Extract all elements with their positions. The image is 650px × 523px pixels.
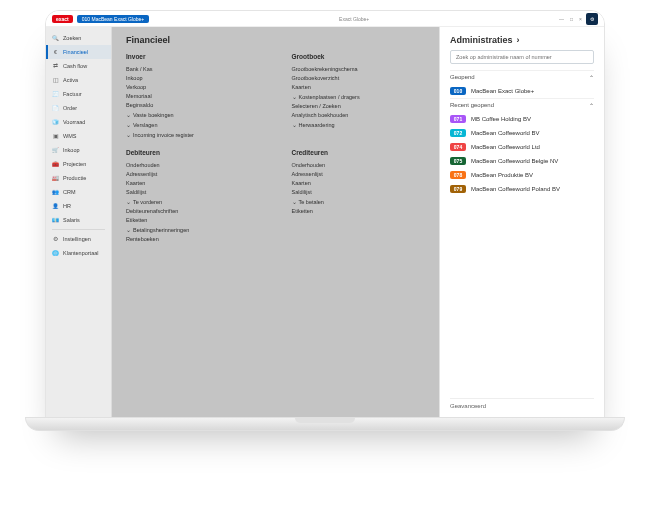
menu-item[interactable]: Verslagen (126, 119, 260, 129)
administration-name: MacBean Coffeeworld Poland BV (471, 186, 560, 192)
administration-row[interactable]: 078MacBean Produktie BV (450, 168, 594, 182)
administration-row[interactable]: 072MacBean Coffeeworld BV (450, 126, 594, 140)
menu-item[interactable]: Onderhouden (292, 160, 426, 169)
menu-item[interactable]: Betalingsherinneringen (126, 224, 260, 234)
administration-row[interactable]: 010MacBean Exact Globe+ (450, 84, 594, 98)
sidebar-item-financieel[interactable]: €Financieel (46, 45, 111, 59)
maximize-icon[interactable]: □ (570, 16, 573, 22)
menu-item[interactable]: Kostenplaatsen / dragers (292, 91, 426, 101)
sidebar-item-salaris[interactable]: 💶Salaris (46, 213, 111, 227)
menu-item[interactable]: Te vorderen (126, 196, 260, 206)
current-administration-tag[interactable]: 010 MacBean Exact Globe+ (77, 15, 149, 23)
minimize-icon[interactable]: — (559, 16, 564, 22)
sidebar-icon: 🧊 (52, 119, 59, 125)
sidebar-item-label: Financieel (63, 49, 88, 55)
section-title: Geopend (450, 74, 475, 81)
menu-group: DebiteurenOnderhoudenAdressenlijstKaarte… (126, 149, 260, 243)
menu-item[interactable]: Saldilijst (126, 187, 260, 196)
sidebar-item-label: Cash flow (63, 63, 87, 69)
sidebar-item-projecten[interactable]: 🧰Projecten (46, 157, 111, 171)
administration-row[interactable]: 074MacBean Coffeeworld Ltd (450, 140, 594, 154)
advanced-link[interactable]: Geavanceerd (450, 398, 594, 409)
administration-name: MacBean Produktie BV (471, 172, 533, 178)
menu-item[interactable]: Herwaardering (292, 119, 426, 129)
menu-item[interactable]: Analytisch boekhouden (292, 110, 426, 119)
brand-logo: exact (52, 15, 73, 23)
administration-row[interactable]: 079MacBean Coffeeworld Poland BV (450, 182, 594, 196)
sidebar-item-factuur[interactable]: 🧾Factuur (46, 87, 111, 101)
sidebar-icon: 🧰 (52, 161, 59, 167)
panel-section-header[interactable]: Recent geopend⌃ (450, 98, 594, 112)
menu-item[interactable]: Grootboekrekeningschema (292, 64, 426, 73)
menu-item[interactable]: Etiketten (292, 206, 426, 215)
sidebar-icon: 🌐 (52, 250, 59, 256)
sidebar-item-voorraad[interactable]: 🧊Voorraad (46, 115, 111, 129)
menu-group: GrootboekGrootboekrekeningschemaGrootboe… (292, 53, 426, 139)
administration-code-badge: 074 (450, 143, 466, 151)
sidebar-item-label: Productie (63, 175, 86, 181)
menu-item[interactable]: Etiketten (126, 215, 260, 224)
sidebar-item-label: Order (63, 105, 77, 111)
page-title: Financieel (126, 35, 425, 45)
sidebar-item-zoeken[interactable]: 🔍Zoeken (46, 31, 111, 45)
menu-item[interactable]: Debiteurenafschriften (126, 206, 260, 215)
menu-item[interactable]: Adressenlijst (292, 169, 426, 178)
group-heading: Crediteuren (292, 149, 426, 156)
sidebar-item-wms[interactable]: ▣WMS (46, 129, 111, 143)
sidebar-icon: 🏭 (52, 175, 59, 181)
administration-name: MacBean Coffeeworld BV (471, 130, 540, 136)
menu-item[interactable]: Kaarten (292, 178, 426, 187)
menu-item[interactable]: Memoriaal (126, 91, 260, 100)
menu-item[interactable]: Kaarten (292, 82, 426, 91)
main-panel: Financieel InvoerBank / KasInkoopVerkoop… (112, 27, 439, 417)
administration-row[interactable]: 071MB Coffee Holding BV (450, 112, 594, 126)
sidebar-item-instellingen[interactable]: ⚙Instellingen (46, 232, 111, 246)
sidebar-icon: 🛒 (52, 147, 59, 153)
sidebar-icon: ◫ (52, 77, 59, 83)
close-icon[interactable]: × (579, 16, 582, 22)
sidebar-item-cash-flow[interactable]: ⇄Cash flow (46, 59, 111, 73)
app-window: exact 010 MacBean Exact Globe+ Exact Glo… (45, 10, 605, 418)
menu-item[interactable]: Onderhouden (126, 160, 260, 169)
administration-code-badge: 079 (450, 185, 466, 193)
sidebar-item-label: Activa (63, 77, 78, 83)
panel-section-header[interactable]: Geopend⌃ (450, 70, 594, 84)
menu-item[interactable]: Te betalen (292, 196, 426, 206)
sidebar-item-klantenportaal[interactable]: 🌐Klantenportaal (46, 246, 111, 260)
administration-name: MB Coffee Holding BV (471, 116, 531, 122)
menu-item[interactable]: Renteboeken (126, 234, 260, 243)
title-bar: exact 010 MacBean Exact Globe+ Exact Glo… (46, 11, 604, 27)
sidebar-item-productie[interactable]: 🏭Productie (46, 171, 111, 185)
sidebar-icon: 💶 (52, 217, 59, 223)
sidebar-item-inkoop[interactable]: 🛒Inkoop (46, 143, 111, 157)
sidebar-item-crm[interactable]: 👥CRM (46, 185, 111, 199)
sidebar-icon: 🧾 (52, 91, 59, 97)
chevron-up-icon: ⌃ (589, 74, 594, 81)
menu-item[interactable]: Beginsaldo (126, 100, 260, 109)
chevron-right-icon[interactable]: › (517, 35, 520, 45)
sidebar-icon: 👤 (52, 203, 59, 209)
menu-item[interactable]: Saldilijst (292, 187, 426, 196)
menu-item[interactable]: Adressenlijst (126, 169, 260, 178)
menu-item[interactable]: Grootboekoverzicht (292, 73, 426, 82)
sidebar-item-label: CRM (63, 189, 76, 195)
sidebar-item-label: Instellingen (63, 236, 91, 242)
sidebar-item-order[interactable]: 📄Order (46, 101, 111, 115)
administration-code-badge: 075 (450, 157, 466, 165)
administration-row[interactable]: 075MacBean Coffeeworld Belgie NV (450, 154, 594, 168)
sidebar-item-activa[interactable]: ◫Activa (46, 73, 111, 87)
sidebar-item-label: WMS (63, 133, 76, 139)
sidebar-item-label: Projecten (63, 161, 86, 167)
menu-item[interactable]: Selecteren / Zoeken (292, 101, 426, 110)
sidebar-item-hr[interactable]: 👤HR (46, 199, 111, 213)
settings-icon[interactable]: ⚙ (586, 13, 598, 25)
menu-item[interactable]: Bank / Kas (126, 64, 260, 73)
administration-search-input[interactable] (450, 50, 594, 64)
menu-item[interactable]: Kaarten (126, 178, 260, 187)
menu-item[interactable]: Vaste boekingen (126, 109, 260, 119)
menu-item[interactable]: Verkoop (126, 82, 260, 91)
sidebar-nav: 🔍Zoeken€Financieel⇄Cash flow◫Activa🧾Fact… (46, 27, 112, 417)
section-title: Recent geopend (450, 102, 494, 109)
menu-item[interactable]: Incoming invoice register (126, 129, 260, 139)
menu-item[interactable]: Inkoop (126, 73, 260, 82)
